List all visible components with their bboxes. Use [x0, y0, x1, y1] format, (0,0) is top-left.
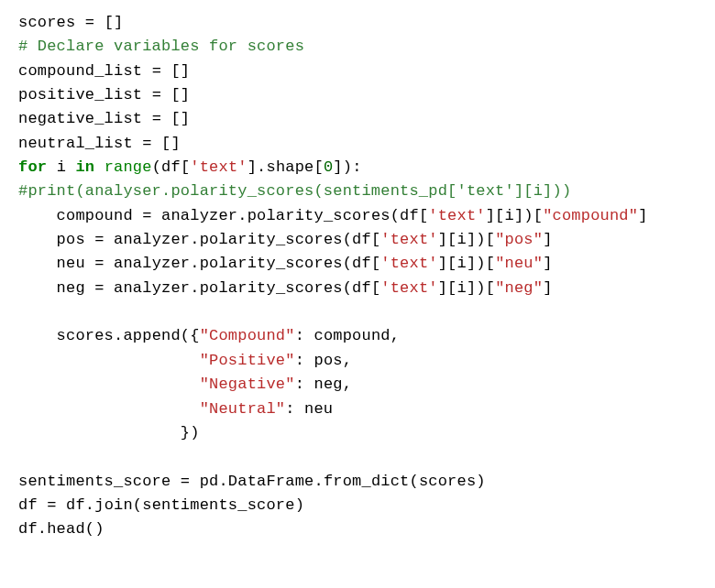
indent	[18, 424, 181, 441]
string-literal: "Positive"	[200, 352, 295, 369]
code-text: =	[85, 231, 114, 248]
code-text: []	[170, 110, 190, 127]
code-text	[18, 303, 28, 321]
indent	[18, 207, 57, 224]
code-line-blank	[18, 300, 697, 324]
code-text: : compound,	[295, 327, 400, 344]
string-literal: "neg"	[495, 279, 543, 297]
code-line: "Negative": neg,	[18, 373, 697, 397]
string-literal: 'text'	[380, 231, 437, 248]
code-text: analyzer.polarity_scores(df[	[114, 255, 380, 272]
code-line: neg = analyzer.polarity_scores(df['text'…	[18, 277, 697, 300]
string-literal: 'text'	[380, 255, 437, 272]
indent	[18, 327, 57, 344]
code-text: analyzer.polarity_scores(df[	[114, 231, 380, 248]
indent	[18, 376, 200, 393]
code-text: =	[85, 279, 114, 297]
code-text: negative_list	[18, 110, 142, 127]
code-text: ]	[543, 255, 552, 272]
code-text: : neu	[285, 400, 333, 418]
indent	[18, 255, 57, 272]
code-comment: #print(analyser.polarity_scores(sentimen…	[18, 182, 571, 200]
code-text: =	[75, 14, 104, 31]
string-literal: "Neutral"	[200, 400, 286, 418]
code-line: df.head()	[18, 517, 697, 541]
code-line: compound_list = []	[18, 60, 697, 83]
code-text: ][i])[	[438, 255, 495, 272]
code-line: "Neutral": neu	[18, 397, 697, 421]
code-text: []	[161, 135, 181, 152]
code-text: : pos,	[295, 352, 352, 369]
code-comment: # Declare variables for scores	[18, 38, 304, 55]
code-line: for i in range(df['text'].shape[0]):	[18, 156, 697, 180]
code-text: scores	[18, 14, 75, 31]
code-text: neutral_list	[18, 135, 133, 152]
code-text: =	[133, 207, 161, 224]
code-text: ].shape[	[248, 158, 324, 176]
code-text: sentiments_score	[18, 473, 170, 490]
code-text: ][i])[	[438, 231, 495, 248]
string-literal: 'text'	[428, 207, 485, 224]
code-text: =	[142, 86, 170, 103]
code-text: neg	[57, 279, 85, 297]
code-line: # Declare variables for scores	[18, 35, 697, 59]
code-text: df.join(sentiments_score)	[66, 496, 304, 514]
code-text: pd.DataFrame.from_dict(scores)	[200, 473, 486, 490]
code-line-blank	[18, 445, 697, 469]
indent	[18, 400, 200, 418]
number-literal: 0	[324, 158, 333, 176]
code-text: df	[18, 496, 38, 514]
code-text: (df[	[152, 158, 191, 176]
code-text: =	[142, 62, 170, 80]
string-literal: "Negative"	[200, 376, 295, 393]
code-text: scores.append({	[57, 327, 200, 344]
code-text: =	[170, 473, 199, 490]
code-line: #print(analyser.polarity_scores(sentimen…	[18, 180, 697, 203]
code-line: })	[18, 421, 697, 445]
code-text: ]	[543, 279, 552, 297]
string-literal: 'text'	[190, 158, 247, 176]
code-line: scores.append({"Compound": compound,	[18, 324, 697, 348]
code-line: neutral_list = []	[18, 132, 697, 156]
code-text	[66, 158, 75, 176]
code-text: =	[142, 110, 170, 127]
indent	[18, 231, 57, 248]
code-text: ]	[543, 231, 552, 248]
code-text: compound_list	[18, 62, 142, 80]
code-line: compound = analyzer.polarity_scores(df['…	[18, 204, 697, 228]
string-literal: "neu"	[495, 255, 543, 272]
keyword-in: in	[75, 158, 94, 176]
code-line: "Positive": pos,	[18, 349, 697, 373]
code-line: sentiments_score = pd.DataFrame.from_dic…	[18, 470, 697, 494]
code-text: compound	[57, 207, 133, 224]
string-literal: "Compound"	[200, 327, 295, 344]
code-text: ][i])[	[438, 279, 495, 297]
code-text	[47, 158, 56, 176]
code-text	[94, 158, 104, 176]
indent	[18, 352, 200, 369]
code-text: ][i])[	[486, 207, 543, 224]
code-text: })	[181, 424, 200, 441]
code-line: df = df.join(sentiments_score)	[18, 494, 697, 517]
string-literal: "compound"	[543, 207, 638, 224]
code-text: []	[170, 62, 190, 80]
keyword-for: for	[18, 158, 47, 176]
code-text: []	[170, 86, 190, 103]
code-line: negative_list = []	[18, 107, 697, 131]
code-line: scores = []	[18, 11, 697, 35]
code-text: ]	[638, 207, 647, 224]
code-text: analyzer.polarity_scores(df[	[161, 207, 428, 224]
code-line: neu = analyzer.polarity_scores(df['text'…	[18, 252, 697, 276]
code-text: positive_list	[18, 86, 142, 103]
code-text: : neg,	[295, 376, 352, 393]
code-text: df.head()	[18, 520, 104, 538]
string-literal: "pos"	[495, 231, 543, 248]
builtin-range: range	[104, 158, 152, 176]
code-line: positive_list = []	[18, 83, 697, 107]
code-text: []	[104, 14, 124, 31]
code-text: ]):	[333, 158, 361, 176]
code-text: =	[38, 496, 66, 514]
code-text: i	[57, 158, 66, 176]
code-text	[18, 448, 28, 465]
code-text: pos	[57, 231, 85, 248]
